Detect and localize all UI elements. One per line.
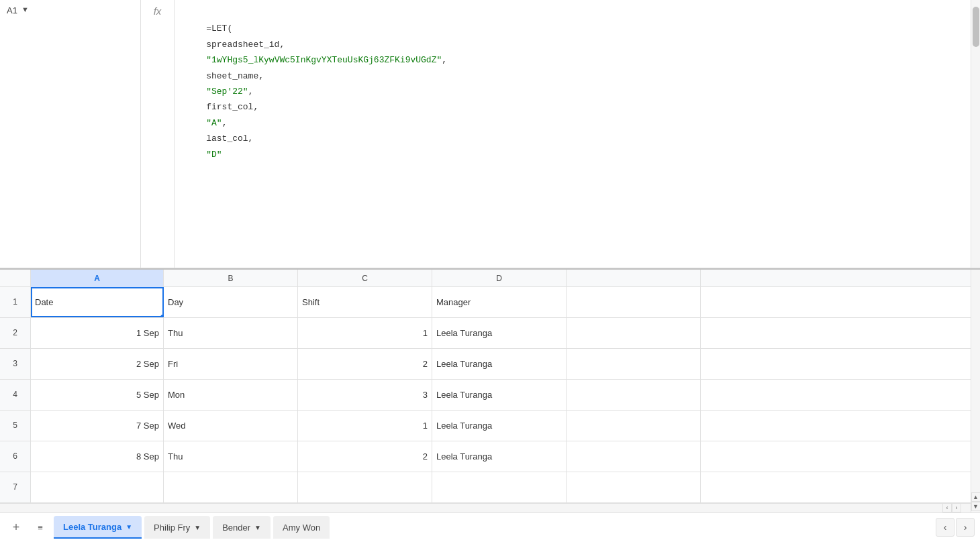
cell-D1-value: Manager [436, 297, 471, 307]
col-header-B[interactable]: B [164, 270, 298, 287]
cell-E6[interactable] [567, 441, 701, 472]
cell-C1[interactable]: Shift [298, 287, 432, 317]
tab-leela-turanga[interactable]: Leela Turanga ▼ [54, 516, 142, 539]
cell-B4[interactable]: Mon [164, 380, 298, 410]
cell-A6[interactable]: 8 Sep [31, 441, 164, 472]
cell-D7[interactable] [432, 472, 567, 502]
col-header-D[interactable]: D [432, 270, 567, 287]
column-headers: A B C D [0, 270, 971, 287]
table-row: 2 1 Sep Thu 1 Leela Turanga [0, 318, 971, 349]
cell-B7[interactable] [164, 472, 298, 502]
formula-line7-pre [185, 118, 206, 128]
horizontal-scrollbar[interactable]: ‹ › [0, 503, 971, 512]
cell-E2[interactable] [567, 318, 701, 348]
cell-D3-value: Leela Turanga [436, 359, 492, 369]
grid-rows: 1 Date Day Shift Manager [0, 287, 971, 503]
sheet-menu-button[interactable]: ≡ [30, 517, 51, 538]
formula-scrollbar[interactable] [971, 0, 980, 268]
cell-B1-value: Day [168, 297, 183, 307]
cell-A3[interactable]: 2 Sep [31, 349, 164, 379]
tab-amy-won-label: Amy Won [283, 523, 320, 533]
col-header-E[interactable] [567, 270, 701, 287]
cell-D6-value: Leela Turanga [436, 451, 492, 462]
cell-E4[interactable] [567, 380, 701, 410]
formula-line9-green: "D" [206, 150, 222, 160]
cell-B6[interactable]: Thu [164, 441, 298, 472]
scroll-left-button[interactable]: ‹ [942, 503, 952, 512]
formula-line3-post: , [442, 55, 447, 65]
cell-A4-value: 5 Sep [136, 390, 159, 400]
cell-B4-value: Mon [168, 390, 185, 400]
cell-C6[interactable]: 2 [298, 441, 432, 472]
table-row: 5 7 Sep Wed 1 Leela Turanga [0, 411, 971, 441]
tab-philip-fry[interactable]: Philip Fry ▼ [144, 516, 210, 539]
cell-D5[interactable]: Leela Turanga [432, 411, 567, 441]
table-row: 4 5 Sep Mon 3 Leela Turanga [0, 380, 971, 411]
cell-A7[interactable] [31, 472, 164, 502]
cell-B2[interactable]: Thu [164, 318, 298, 348]
cell-C3-value: 2 [423, 359, 428, 369]
table-row: 1 Date Day Shift Manager [0, 287, 971, 318]
fx-icon-area: fx [141, 0, 175, 268]
tab-bender[interactable]: Bender ▼ [213, 516, 271, 539]
cell-B1[interactable]: Day [164, 287, 298, 317]
cell-C4-value: 3 [423, 390, 428, 400]
cell-D4[interactable]: Leela Turanga [432, 380, 567, 410]
cell-D2[interactable]: Leela Turanga [432, 318, 567, 348]
cell-C5[interactable]: 1 [298, 411, 432, 441]
tab-philip-fry-dropdown-icon[interactable]: ▼ [194, 524, 201, 531]
cell-A4[interactable]: 5 Sep [31, 380, 164, 410]
cell-D6[interactable]: Leela Turanga [432, 441, 567, 472]
cell-E3[interactable] [567, 349, 701, 379]
formula-content[interactable]: =LET( spreadsheet_id, "1wYHgs5_lKywVWc5I… [175, 0, 971, 268]
cell-C4[interactable]: 3 [298, 380, 432, 410]
formula-line5-green: "Sep'22" [206, 87, 248, 97]
scroll-up-button[interactable]: ▲ [971, 492, 981, 502]
cell-A2[interactable]: 1 Sep [31, 318, 164, 348]
cell-B3-value: Fri [168, 359, 178, 369]
sheet-tab-navigation: ‹ › [936, 518, 975, 537]
cell-ref-dropdown-icon[interactable]: ▼ [21, 5, 29, 13]
formula-scrollbar-thumb[interactable] [973, 7, 979, 47]
cell-reference-box[interactable]: A1 ▼ [0, 0, 141, 268]
cell-B5[interactable]: Wed [164, 411, 298, 441]
formula-line7-green: "A" [206, 118, 222, 128]
tab-nav-prev-button[interactable]: ‹ [936, 518, 954, 537]
add-sheet-button[interactable]: + [5, 517, 27, 538]
formula-line6: first_col, [185, 102, 258, 112]
tab-bender-dropdown-icon[interactable]: ▼ [254, 524, 261, 531]
row-num-5: 5 [0, 411, 31, 441]
cell-A2-value: 1 Sep [136, 328, 159, 338]
tab-nav-next-button[interactable]: › [956, 518, 975, 537]
cell-A1[interactable]: Date [31, 287, 164, 317]
cell-C5-value: 1 [423, 421, 428, 431]
formula-line2: spreadsheet_id, [185, 40, 285, 50]
tab-amy-won[interactable]: Amy Won [273, 516, 330, 539]
formula-line3-green: "1wYHgs5_lKywVWc5InKgvYXTeuUsKGj63ZFKi9v… [206, 55, 442, 65]
cell-C7[interactable] [298, 472, 432, 502]
cell-B3[interactable]: Fri [164, 349, 298, 379]
cell-D1[interactable]: Manager [432, 287, 567, 317]
tab-leela-turanga-dropdown-icon[interactable]: ▼ [126, 523, 132, 531]
cell-E5[interactable] [567, 411, 701, 441]
grid-vertical-scrollbar[interactable]: ▲ ▼ [971, 270, 980, 512]
fx-icon: fx [154, 5, 162, 17]
cell-C2[interactable]: 1 [298, 318, 432, 348]
scroll-right-button[interactable]: › [952, 503, 961, 512]
cell-A3-value: 2 Sep [136, 359, 159, 369]
row-num-1: 1 [0, 287, 31, 317]
cell-C2-value: 1 [423, 328, 428, 338]
cell-D3[interactable]: Leela Turanga [432, 349, 567, 379]
cell-C3[interactable]: 2 [298, 349, 432, 379]
row-num-4: 4 [0, 380, 31, 410]
cell-E1[interactable] [567, 287, 701, 317]
cell-ref-label: A1 [7, 5, 17, 15]
cell-A5[interactable]: 7 Sep [31, 411, 164, 441]
row-num-header-corner [0, 270, 31, 286]
scroll-down-button[interactable]: ▼ [971, 502, 981, 511]
formula-line4: sheet_name, [185, 71, 264, 81]
grid-container: A B C D 1 Date Day [0, 270, 980, 512]
col-header-A[interactable]: A [31, 270, 164, 287]
col-header-C[interactable]: C [298, 270, 432, 287]
cell-E7[interactable] [567, 472, 701, 502]
